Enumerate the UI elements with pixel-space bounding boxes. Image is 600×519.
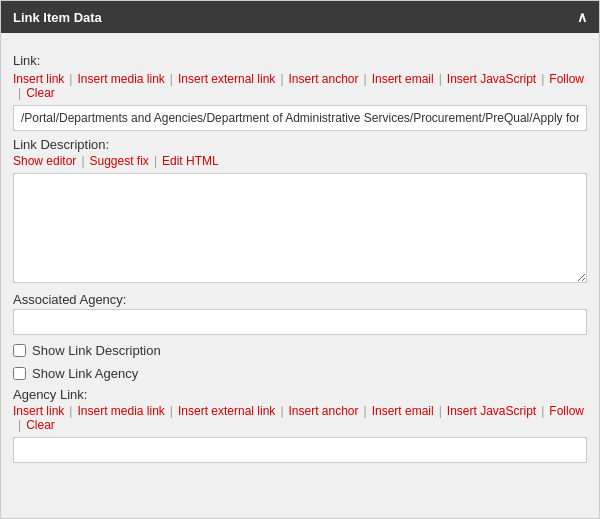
agency-insert-javascript-action[interactable]: Insert JavaScript [447, 404, 536, 418]
insert-link-action[interactable]: Insert link [13, 72, 64, 86]
insert-anchor-action[interactable]: Insert anchor [289, 72, 359, 86]
link-actions: Insert link | Insert media link | Insert… [13, 72, 587, 100]
link-description-label: Link Description: [13, 137, 587, 152]
show-link-agency-checkbox-label: Show Link Agency [32, 366, 138, 381]
insert-email-action[interactable]: Insert email [372, 72, 434, 86]
agency-link-input[interactable] [13, 437, 587, 463]
agency-link-label: Agency Link: [13, 387, 587, 402]
agency-follow-action[interactable]: Follow [549, 404, 584, 418]
link-label: Link: [13, 53, 587, 68]
panel-title: Link Item Data [13, 10, 102, 25]
follow-action[interactable]: Follow [549, 72, 584, 86]
agency-insert-media-link-action[interactable]: Insert media link [77, 404, 164, 418]
link-description-textarea[interactable] [13, 173, 587, 283]
link-item-data-panel: Link Item Data ∧ Link: Insert link | Ins… [0, 0, 600, 519]
agency-insert-anchor-action[interactable]: Insert anchor [289, 404, 359, 418]
associated-agency-label: Associated Agency: [13, 292, 587, 307]
insert-external-link-action[interactable]: Insert external link [178, 72, 275, 86]
chevron-up-icon[interactable]: ∧ [577, 9, 587, 25]
panel-header: Link Item Data ∧ [1, 1, 599, 33]
clear-action[interactable]: Clear [26, 86, 55, 100]
agency-clear-action[interactable]: Clear [26, 418, 55, 432]
link-input[interactable] [13, 105, 587, 131]
agency-insert-external-link-action[interactable]: Insert external link [178, 404, 275, 418]
show-link-description-checkbox-label: Show Link Description [32, 343, 161, 358]
panel-body: Link: Insert link | Insert media link | … [1, 33, 599, 473]
show-editor-action[interactable]: Show editor [13, 154, 76, 168]
show-link-description-row: Show Link Description [13, 343, 587, 358]
insert-media-link-action[interactable]: Insert media link [77, 72, 164, 86]
edit-html-action[interactable]: Edit HTML [162, 154, 219, 168]
editor-actions: Show editor | Suggest fix | Edit HTML [13, 154, 587, 168]
associated-agency-input[interactable] [13, 309, 587, 335]
show-link-description-checkbox[interactable] [13, 344, 26, 357]
show-link-agency-row: Show Link Agency [13, 366, 587, 381]
show-link-agency-checkbox[interactable] [13, 367, 26, 380]
agency-insert-link-action[interactable]: Insert link [13, 404, 64, 418]
insert-javascript-action[interactable]: Insert JavaScript [447, 72, 536, 86]
agency-insert-email-action[interactable]: Insert email [372, 404, 434, 418]
agency-link-actions: Insert link | Insert media link | Insert… [13, 404, 587, 432]
suggest-fix-action[interactable]: Suggest fix [90, 154, 149, 168]
